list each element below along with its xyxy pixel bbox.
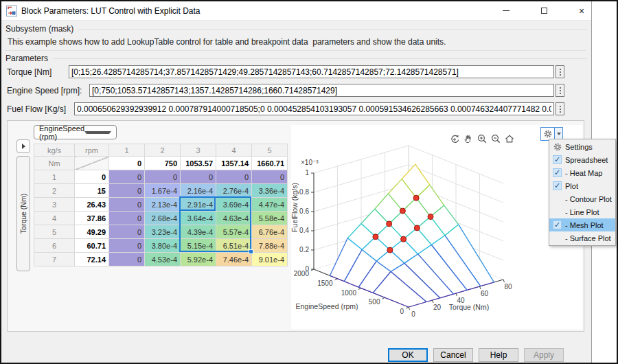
lut-value-cell[interactable]: 4.63e-4 [216,212,252,225]
speed-breakpoint-cell[interactable]: 0 [109,157,145,170]
minimize-button[interactable] [495,2,517,19]
engine-speed-edit-button[interactable] [556,84,564,97]
apply-button[interactable]: Apply [524,348,564,362]
lut-value-cell[interactable]: 0 [109,170,145,184]
lut-value-cell[interactable]: 0 [109,198,145,212]
lut-value-cell[interactable]: 0 [109,253,145,266]
lut-value-cell[interactable]: 2.76e-4 [216,184,252,198]
lut-value-cell[interactable]: 4.39e-4 [181,225,216,239]
lut-value-cell[interactable]: 4.53e-4 [145,253,181,266]
pan-icon[interactable] [463,133,474,147]
torque-axis-tab[interactable]: Torque (Nm) [16,156,30,271]
lut-value-cell[interactable]: 5.58e-4 [252,212,288,225]
row-number-header[interactable]: 1 [34,170,75,184]
row-number-header[interactable]: 4 [34,212,75,225]
cancel-button[interactable]: Cancel [433,348,473,362]
menu-item-mesh-plot[interactable]: ✓- Mesh Plot [549,218,615,231]
lut-value-cell[interactable]: 7.88e-4 [252,239,288,253]
lut-value-cell[interactable]: 0 [145,170,181,184]
lut-value-cell[interactable]: 3.80e-4 [145,239,181,253]
torque-breakpoint-cell[interactable]: 15 [75,184,109,198]
menu-item-surface-plot[interactable]: - Surface Plot [549,231,615,244]
lut-value-cell[interactable]: 0 [109,184,145,198]
lut-value-cell[interactable]: 0 [109,212,145,225]
column-number-header[interactable]: 3 [181,144,216,157]
lut-value-cell[interactable]: 1.67e-4 [145,184,181,198]
column-number-header[interactable]: 2 [145,144,181,157]
column-axis-dropdown[interactable]: EngineSpeed (rpm) [34,125,117,139]
torque-breakpoint-cell[interactable]: 49.29 [75,225,109,239]
lut-value-cell[interactable]: 3.64e-4 [181,212,216,225]
row-number-header[interactable]: 5 [34,225,75,239]
settings-menu: Settings✓Spreadsheet✓- Heat Map✓Plot- Co… [549,139,616,246]
menu-item-line-plot[interactable]: - Line Plot [549,205,615,218]
torque-breakpoint-cell[interactable]: 60.71 [75,239,109,253]
mesh-plot[interactable]: 020406080050010001500200000.20.40.60.81T… [291,125,552,330]
engine-speed-input[interactable] [89,84,554,97]
home-icon[interactable] [504,133,515,147]
lut-value-cell[interactable]: 0 [181,170,216,184]
menu-item-spreadsheet[interactable]: ✓Spreadsheet [549,153,615,166]
check-zone: ✓ [549,220,565,229]
breakpoints-expander-button[interactable] [16,139,30,153]
torque-input[interactable] [69,65,554,78]
lut-value-cell[interactable]: 2.68e-4 [145,212,181,225]
torque-breakpoint-cell[interactable]: 72.14 [75,253,109,266]
row-number-header[interactable]: 3 [34,198,75,212]
menu-item-contour-plot[interactable]: - Contour Plot [549,192,615,205]
svg-text:0: 0 [305,265,309,273]
unit-col-header: kg/s [34,144,75,157]
lut-value-cell[interactable]: 0 [216,170,252,184]
row-number-header[interactable]: 2 [34,184,75,198]
svg-text:1500: 1500 [317,280,333,287]
plot-canvas[interactable]: 020406080050010001500200000.20.40.60.81T… [291,125,582,329]
lut-table: kg/srpm12345Nm07501053.571357.141660.711… [34,144,288,266]
lut-value-cell[interactable]: 9.01e-4 [252,253,288,266]
lut-value-cell[interactable]: 4.47e-4 [252,198,288,212]
zoom-in-icon[interactable] [477,133,488,147]
menu-item-plot[interactable]: ✓Plot [549,179,615,192]
lut-value-cell[interactable]: 2.91e-4 [181,198,216,212]
svg-text:EngineSpeed (rpm): EngineSpeed (rpm) [295,302,358,310]
row-number-header[interactable]: 7 [34,253,75,266]
lut-value-cell[interactable]: 3.69e-4 [216,198,252,212]
menu-item-settings[interactable]: Settings [549,140,615,153]
column-number-header[interactable]: 5 [252,144,288,157]
close-button[interactable]: × [571,2,593,19]
speed-breakpoint-cell[interactable]: 1053.57 [181,157,216,170]
lut-value-cell[interactable]: 0 [109,239,145,253]
lut-value-cell[interactable]: 7.46e-4 [216,253,252,266]
lut-value-cell[interactable]: 2.16e-4 [181,184,216,198]
row-number-header[interactable]: 6 [34,239,75,253]
check-zone: ✓ [549,168,565,177]
speed-breakpoint-cell[interactable]: 750 [145,157,181,170]
torque-edit-button[interactable] [556,65,564,78]
speed-breakpoint-cell[interactable]: 1660.71 [252,157,288,170]
lut-value-cell[interactable]: 5.92e-4 [181,253,216,266]
torque-breakpoint-cell[interactable]: 26.43 [75,198,109,212]
lut-value-cell[interactable]: 5.15e-4 [181,239,216,253]
ok-button[interactable]: OK [388,348,428,362]
fuel-flow-input[interactable] [74,102,554,115]
lut-value-cell[interactable]: 5.57e-4 [216,225,252,239]
lut-value-cell[interactable]: 3.36e-4 [252,184,288,198]
column-number-header[interactable]: 4 [216,144,252,157]
menu-item-heat-map[interactable]: ✓- Heat Map [549,166,615,179]
torque-breakpoint-cell[interactable]: 0 [75,170,109,184]
checkmark-icon: ✓ [553,181,562,190]
lut-value-cell[interactable]: 2.13e-4 [145,198,181,212]
zoom-out-icon[interactable] [490,133,501,147]
rotate-3d-icon[interactable] [449,133,460,147]
fuel-flow-edit-button[interactable] [556,102,564,115]
lut-value-cell[interactable]: 0 [109,225,145,239]
svg-text:1000: 1000 [341,289,357,297]
speed-breakpoint-cell[interactable]: 1357.14 [216,157,252,170]
help-button[interactable]: Help [479,348,518,362]
column-number-header[interactable]: 1 [109,144,145,157]
lut-value-cell[interactable]: 6.51e-4 [216,239,252,253]
lut-value-cell[interactable]: 3.23e-4 [145,225,181,239]
maximize-button[interactable] [533,2,555,19]
torque-breakpoint-cell[interactable]: 37.86 [75,212,109,225]
lut-value-cell[interactable]: 0 [252,170,288,184]
lut-value-cell[interactable]: 6.76e-4 [252,225,288,239]
